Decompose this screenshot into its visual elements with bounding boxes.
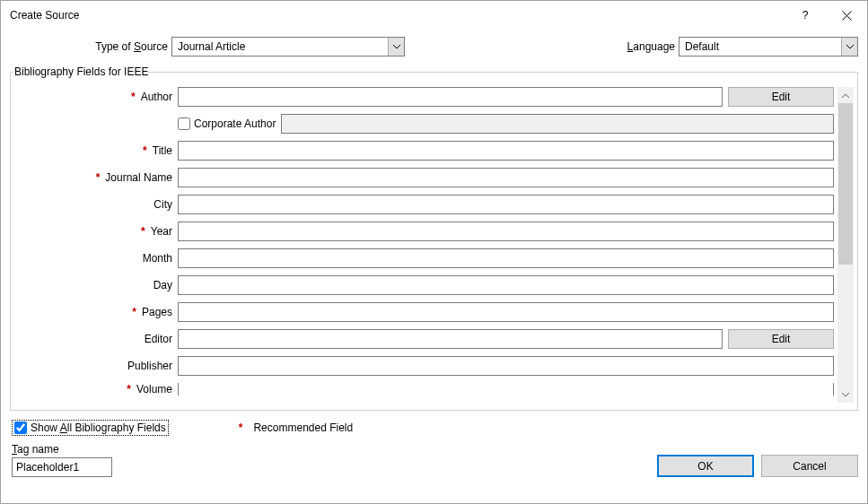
- bibliography-fieldset: Bibliography Fields for IEEE *Author Edi…: [10, 65, 858, 411]
- show-all-fields-check[interactable]: [14, 421, 27, 434]
- titlebar: Create Source ?: [1, 1, 867, 30]
- title-input[interactable]: [178, 141, 834, 161]
- language-label: Language: [612, 40, 675, 53]
- help-button[interactable]: ?: [785, 1, 826, 30]
- tag-name-input[interactable]: [12, 457, 112, 477]
- help-icon: ?: [802, 9, 809, 22]
- field-year: *Year: [14, 222, 834, 241]
- field-editor: Editor Edit: [14, 329, 834, 349]
- field-city: City: [14, 195, 834, 214]
- chevron-down-icon: [841, 38, 857, 56]
- field-label: Author: [141, 91, 172, 103]
- field-label: Month: [143, 252, 172, 265]
- corporate-author-checkbox[interactable]: Corporate Author: [178, 117, 276, 130]
- field-journal-name: *Journal Name: [14, 168, 834, 187]
- footer-actions: Tag name OK Cancel: [10, 441, 858, 477]
- type-of-source-combo[interactable]: Journal Article: [171, 37, 405, 56]
- field-publisher: Publisher: [14, 356, 834, 376]
- corporate-author-check[interactable]: [178, 117, 190, 130]
- field-label: Year: [151, 225, 172, 238]
- fieldset-legend: Bibliography Fields for IEEE: [13, 65, 148, 78]
- window-title: Create Source: [10, 9, 785, 22]
- field-label: Corporate Author: [194, 117, 276, 130]
- pages-input[interactable]: [178, 302, 834, 322]
- required-marker: *: [143, 144, 147, 157]
- field-label: Volume: [136, 383, 172, 395]
- show-all-fields-label: Show All Bibliography Fields: [31, 421, 166, 434]
- close-icon: [842, 11, 852, 21]
- year-input[interactable]: [178, 222, 834, 241]
- field-month: Month: [14, 248, 834, 268]
- type-of-source-label: Type of Source: [10, 40, 168, 53]
- journal-name-input[interactable]: [178, 168, 834, 187]
- chevron-down-icon: [388, 38, 404, 56]
- city-input[interactable]: [178, 195, 834, 214]
- field-title: *Title: [14, 141, 834, 161]
- field-day: Day: [14, 275, 834, 295]
- close-button[interactable]: [826, 1, 867, 30]
- field-label: City: [153, 198, 172, 211]
- field-label: Publisher: [127, 360, 172, 372]
- editor-edit-button[interactable]: Edit: [728, 329, 834, 349]
- scroll-down-icon: [837, 387, 854, 403]
- field-label: Pages: [142, 306, 172, 318]
- required-marker: *: [239, 421, 243, 434]
- editor-input[interactable]: [178, 329, 723, 349]
- author-edit-button[interactable]: Edit: [728, 87, 834, 107]
- field-label: Day: [153, 279, 172, 291]
- scroll-up-icon: [837, 87, 854, 103]
- field-author: *Author Edit: [14, 87, 834, 107]
- publisher-input[interactable]: [178, 356, 834, 376]
- fields-scrollbar[interactable]: [837, 87, 854, 403]
- field-label: Journal Name: [105, 171, 172, 184]
- footer-options: Show All Bibliography Fields * Recommend…: [10, 411, 858, 441]
- field-volume: *Volume: [14, 383, 834, 395]
- required-marker: *: [132, 306, 136, 318]
- field-pages: *Pages: [14, 302, 834, 322]
- cancel-button[interactable]: Cancel: [761, 455, 858, 477]
- required-marker: *: [141, 225, 145, 238]
- day-input[interactable]: [178, 275, 834, 295]
- month-input[interactable]: [178, 248, 834, 268]
- tag-name-label: Tag name: [12, 443, 112, 456]
- volume-input[interactable]: [178, 383, 834, 395]
- ok-button[interactable]: OK: [657, 455, 754, 477]
- recommended-field-label: Recommended Field: [253, 421, 353, 434]
- required-marker: *: [96, 171, 101, 184]
- fields-list: *Author Edit Corporate Author *Title *Jo…: [14, 87, 834, 403]
- corporate-author-input: [281, 114, 834, 134]
- required-marker: *: [127, 383, 131, 395]
- show-all-fields-checkbox[interactable]: Show All Bibliography Fields: [12, 420, 169, 436]
- field-label: Editor: [145, 333, 172, 345]
- field-corporate-author: Corporate Author: [178, 114, 834, 134]
- language-value: Default: [679, 40, 841, 53]
- language-combo[interactable]: Default: [679, 37, 858, 56]
- top-row: Type of Source Journal Article Language …: [10, 35, 858, 65]
- recommended-field-legend: * Recommended Field: [239, 421, 353, 434]
- author-input[interactable]: [178, 87, 723, 107]
- required-marker: *: [131, 91, 136, 103]
- field-label: Title: [153, 144, 172, 157]
- scrollbar-thumb[interactable]: [838, 103, 853, 265]
- type-of-source-value: Journal Article: [172, 40, 388, 53]
- dialog-content: Type of Source Journal Article Language …: [1, 30, 867, 486]
- tag-name-area: Tag name: [12, 443, 112, 477]
